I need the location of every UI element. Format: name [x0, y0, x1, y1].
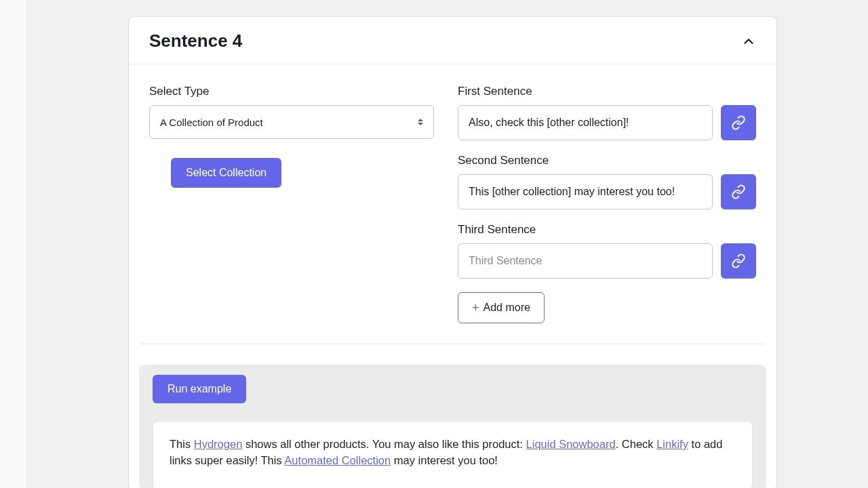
second-sentence-link-button[interactable] [721, 174, 756, 209]
select-type-dropdown[interactable]: A Collection of Product [149, 105, 434, 139]
chevron-up-icon[interactable] [741, 34, 756, 49]
select-caret-icon [418, 117, 426, 127]
example-text: shows all other products. You may also l… [242, 438, 526, 450]
add-more-button[interactable]: + Add more [458, 292, 545, 323]
first-sentence-input[interactable] [458, 105, 713, 140]
select-type-value: A Collection of Product [160, 117, 263, 128]
link-icon [731, 184, 746, 199]
first-sentence-link-button[interactable] [721, 105, 756, 140]
add-more-label: Add more [484, 302, 530, 314]
example-text: This [170, 438, 194, 450]
first-sentence-label: First Sentence [458, 85, 756, 98]
plus-icon: + [472, 302, 479, 314]
second-sentence-label: Second Sentence [458, 154, 756, 167]
select-type-wrap: A Collection of Product [149, 105, 434, 139]
sentence-card: Sentence 4 Select Type A Collection of P… [129, 17, 776, 488]
link-icon [731, 253, 746, 268]
example-link-automated-collection[interactable]: Automated Collection [284, 454, 391, 466]
example-link-liquid-snowboard[interactable]: Liquid Snowboard [526, 438, 616, 450]
select-collection-button[interactable]: Select Collection [171, 158, 281, 188]
card-header[interactable]: Sentence 4 [129, 17, 776, 64]
example-area: Run example This Hydrogen shows all othe… [139, 365, 766, 488]
link-icon [731, 115, 746, 130]
run-example-button[interactable]: Run example [153, 375, 246, 403]
second-sentence-input[interactable] [458, 174, 713, 209]
example-link-hydrogen[interactable]: Hydrogen [194, 438, 243, 450]
right-column: First Sentence Second Sentence [458, 85, 756, 323]
card-body: Select Type A Collection of Product Sele… [129, 64, 776, 344]
example-output: This Hydrogen shows all other products. … [153, 421, 753, 488]
third-sentence-block: Third Sentence [458, 223, 756, 279]
second-sentence-block: Second Sentence [458, 154, 756, 209]
divider [141, 344, 764, 344]
card-title: Sentence 4 [149, 30, 242, 52]
select-type-label: Select Type [149, 85, 458, 98]
third-sentence-input[interactable] [458, 243, 713, 279]
example-text: . Check [616, 438, 657, 450]
left-column: Select Type A Collection of Product Sele… [149, 85, 458, 323]
example-link-linkify[interactable]: Linkify [656, 438, 688, 450]
example-text: may interest you too! [391, 454, 498, 466]
third-sentence-link-button[interactable] [721, 243, 756, 279]
first-sentence-block: First Sentence [458, 85, 756, 140]
third-sentence-label: Third Sentence [458, 223, 756, 237]
left-rail [0, 0, 27, 488]
